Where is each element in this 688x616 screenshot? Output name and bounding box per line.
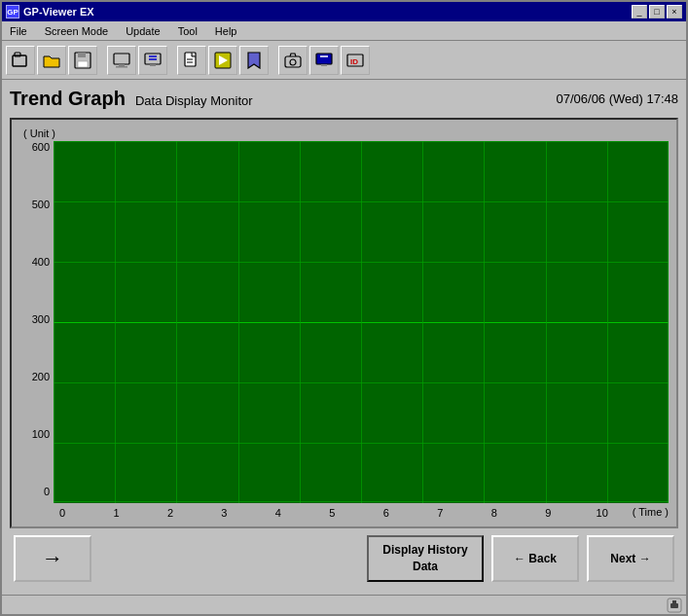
grid-v-1 <box>115 141 116 503</box>
svg-rect-1 <box>15 53 20 56</box>
svg-point-18 <box>290 59 296 65</box>
back-button[interactable]: ← Back <box>491 535 579 582</box>
next-label: Next → <box>610 552 650 565</box>
datetime: 07/06/06 (Wed) 17:48 <box>556 91 678 106</box>
app-icon: GP <box>6 5 19 18</box>
menu-update[interactable]: Update <box>122 24 163 38</box>
minimize-button[interactable]: _ <box>632 5 647 18</box>
x-label-4: 4 <box>270 507 287 519</box>
graph-with-yaxis: 600 500 400 300 200 100 0 <box>19 141 669 519</box>
svg-rect-20 <box>321 64 327 66</box>
svg-rect-26 <box>672 600 676 603</box>
status-icon <box>667 598 682 613</box>
grid-v-9 <box>607 141 608 503</box>
unit-label: ( Unit ) <box>23 127 669 139</box>
grid-v-7 <box>484 141 485 503</box>
titlebar-controls: _ □ × <box>632 5 682 18</box>
x-unit: ( Time ) <box>633 506 669 518</box>
y-label-100: 100 <box>32 428 50 440</box>
x-label-10: 10 <box>594 507 611 519</box>
y-label-500: 500 <box>32 199 50 210</box>
grid-v-4 <box>300 141 301 503</box>
svg-rect-4 <box>78 61 88 67</box>
graph-canvas <box>54 141 669 503</box>
menu-help[interactable]: Help <box>211 24 241 38</box>
menu-file[interactable]: File <box>6 24 31 38</box>
toolbar-page-btn[interactable] <box>177 46 206 75</box>
grid-v-10 <box>668 141 669 503</box>
x-label-5: 5 <box>323 507 341 519</box>
subtitle: Data Display Monitor <box>135 93 253 108</box>
x-label-9: 9 <box>539 507 557 519</box>
close-button[interactable]: × <box>667 5 682 18</box>
svg-rect-7 <box>116 66 127 68</box>
x-label-0: 0 <box>54 507 71 519</box>
menu-screenmode[interactable]: Screen Mode <box>41 24 112 38</box>
toolbar: ID <box>2 41 686 80</box>
toolbar-camera-btn[interactable] <box>278 46 308 75</box>
x-axis: 0 1 2 3 4 5 6 7 8 9 10 <box>54 505 631 519</box>
header-left: Trend Graph Data Display Monitor <box>10 88 253 110</box>
grid-v-8 <box>546 141 547 503</box>
display-history-button[interactable]: Display History Data <box>367 535 484 582</box>
y-label-400: 400 <box>32 256 50 268</box>
grid-v-0 <box>54 141 54 503</box>
toolbar-folder-btn[interactable] <box>37 46 66 75</box>
svg-rect-9 <box>150 64 156 66</box>
toolbar-play-btn[interactable] <box>208 46 237 75</box>
menu-tool[interactable]: Tool <box>174 24 201 38</box>
header: Trend Graph Data Display Monitor 07/06/0… <box>10 88 678 110</box>
y-label-200: 200 <box>32 371 50 382</box>
x-label-8: 8 <box>486 507 503 519</box>
nav-arrow-button[interactable]: → <box>14 535 91 582</box>
display-history-label: Display History Data <box>382 542 467 575</box>
grid-v-2 <box>176 141 177 503</box>
graph-area: 0 1 2 3 4 5 6 7 8 9 10 ( Time ) <box>54 141 669 519</box>
y-label-600: 600 <box>32 141 50 153</box>
toolbar-save-btn[interactable] <box>68 46 97 75</box>
menubar: File Screen Mode Update Tool Help <box>2 21 686 41</box>
back-label: ← Back <box>514 552 557 565</box>
grid-v-5 <box>361 141 362 503</box>
grid-v-6 <box>422 141 423 503</box>
svg-rect-6 <box>119 64 125 66</box>
y-label-300: 300 <box>32 313 50 325</box>
graph-container: ( Unit ) 600 500 400 300 200 100 0 <box>10 118 678 528</box>
maximize-button[interactable]: □ <box>649 5 665 18</box>
grid-v-3 <box>238 141 239 503</box>
titlebar-left: GP GP-Viewer EX <box>6 5 94 18</box>
svg-rect-19 <box>316 54 332 64</box>
svg-rect-0 <box>13 55 26 66</box>
main-content: Trend Graph Data Display Monitor 07/06/0… <box>2 80 686 595</box>
next-button[interactable]: Next → <box>587 535 674 582</box>
x-label-2: 2 <box>162 507 179 519</box>
svg-rect-5 <box>114 54 129 64</box>
x-label-1: 1 <box>107 507 125 519</box>
bottom-bar: → Display History Data ← Back Next → <box>10 528 678 587</box>
x-label-3: 3 <box>215 507 233 519</box>
svg-text:ID: ID <box>350 57 358 66</box>
window-title: GP-Viewer EX <box>23 6 94 18</box>
toolbar-display-btn[interactable] <box>309 46 339 75</box>
y-axis: 600 500 400 300 200 100 0 <box>19 141 54 519</box>
x-label-7: 7 <box>431 507 449 519</box>
toolbar-id-btn[interactable]: ID <box>341 46 370 75</box>
app-window: GP GP-Viewer EX _ □ × File Screen Mode U… <box>0 0 688 616</box>
toolbar-monitor2-btn[interactable] <box>138 46 167 75</box>
toolbar-monitor1-btn[interactable] <box>107 46 136 75</box>
svg-rect-3 <box>78 53 86 57</box>
titlebar: GP GP-Viewer EX _ □ × <box>2 2 686 21</box>
y-label-0: 0 <box>44 486 50 497</box>
toolbar-bookmark-btn[interactable] <box>239 46 269 75</box>
x-label-6: 6 <box>378 507 395 519</box>
status-bar <box>2 595 686 614</box>
page-title: Trend Graph <box>10 88 126 110</box>
toolbar-open-btn[interactable] <box>6 46 35 75</box>
x-axis-row: 0 1 2 3 4 5 6 7 8 9 10 ( Time ) <box>54 505 669 519</box>
svg-rect-25 <box>670 603 678 608</box>
